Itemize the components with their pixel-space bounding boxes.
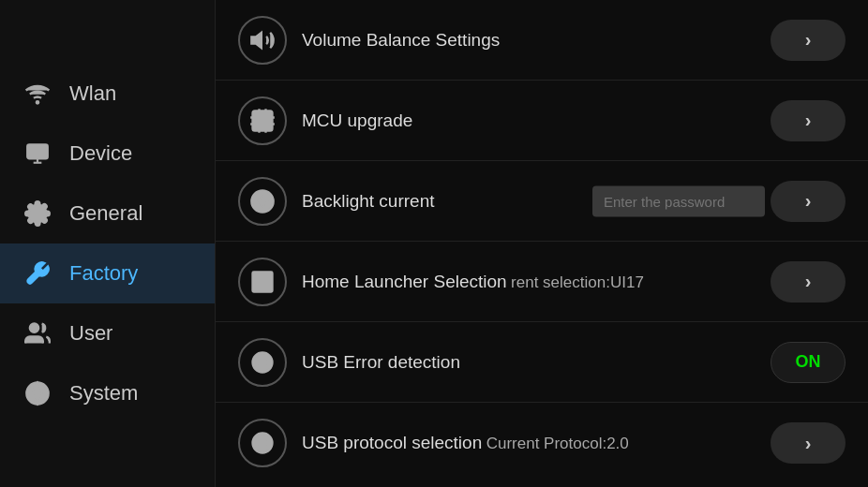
sidebar-item-factory-label: Factory bbox=[69, 261, 138, 286]
home-launcher-sub-label: rent selection:UI17 bbox=[511, 273, 644, 291]
password-input[interactable] bbox=[604, 193, 754, 209]
home-icon bbox=[238, 258, 287, 306]
sidebar: Wlan Device General Factory bbox=[0, 0, 216, 487]
sidebar-item-general-label: General bbox=[69, 201, 142, 226]
sidebar-item-wlan[interactable]: Wlan bbox=[0, 64, 215, 124]
backlight-current-row: Backlight current › bbox=[216, 161, 868, 242]
volume-balance-row: Volume Balance Settings › bbox=[216, 0, 868, 81]
home-launcher-main-label: Home Launcher Selection bbox=[302, 272, 507, 291]
usb-protocol-row: USB protocol selection Current Protocol:… bbox=[216, 403, 868, 483]
usb-protocol-main-label: USB protocol selection bbox=[302, 433, 482, 452]
password-overlay bbox=[592, 185, 765, 216]
sidebar-item-system[interactable]: System bbox=[0, 363, 215, 423]
sidebar-item-wlan-label: Wlan bbox=[69, 81, 116, 106]
usb-protocol-label-group: USB protocol selection Current Protocol:… bbox=[302, 433, 756, 453]
monitor-icon bbox=[22, 139, 52, 169]
sidebar-item-user-label: User bbox=[69, 321, 112, 346]
globe-icon bbox=[22, 378, 52, 408]
speaker-icon bbox=[238, 16, 287, 65]
main-content: Volume Balance Settings › MCU upgrade › bbox=[216, 0, 868, 487]
home-launcher-row: Home Launcher Selection rent selection:U… bbox=[216, 242, 868, 322]
mcu-upgrade-label: MCU upgrade bbox=[302, 111, 756, 131]
svg-rect-1 bbox=[27, 144, 48, 158]
sidebar-item-device[interactable]: Device bbox=[0, 124, 215, 184]
svg-rect-10 bbox=[253, 111, 273, 130]
mcu-upgrade-arrow[interactable]: › bbox=[771, 100, 846, 141]
person-icon bbox=[22, 318, 52, 348]
sidebar-item-device-label: Device bbox=[69, 141, 132, 166]
chip-icon bbox=[238, 96, 287, 145]
usb-protocol-sub-label: Current Protocol:2.0 bbox=[486, 435, 629, 452]
svg-point-5 bbox=[30, 324, 38, 332]
gear-icon bbox=[22, 199, 52, 229]
wifi-icon bbox=[22, 79, 52, 109]
svg-rect-13 bbox=[253, 272, 273, 291]
toggle-on-label: ON bbox=[796, 352, 821, 372]
svg-point-0 bbox=[37, 101, 38, 103]
usb-error-row: USB Error detection ON bbox=[216, 322, 868, 403]
sidebar-item-system-label: System bbox=[69, 381, 138, 406]
usb-protocol-icon bbox=[238, 419, 287, 467]
volume-balance-arrow[interactable]: › bbox=[771, 20, 846, 61]
home-launcher-label-group: Home Launcher Selection rent selection:U… bbox=[302, 272, 756, 292]
mcu-upgrade-row: MCU upgrade › bbox=[216, 81, 868, 161]
usb-protocol-arrow[interactable]: › bbox=[771, 422, 846, 464]
sidebar-item-factory[interactable]: Factory bbox=[0, 244, 215, 303]
backlight-current-arrow[interactable]: › bbox=[771, 181, 846, 222]
sidebar-item-user[interactable]: User bbox=[0, 303, 215, 363]
sidebar-item-general[interactable]: General bbox=[0, 184, 215, 244]
volume-balance-label: Volume Balance Settings bbox=[302, 30, 756, 51]
home-launcher-arrow[interactable]: › bbox=[771, 261, 846, 303]
lightning-icon bbox=[238, 177, 287, 226]
wrench-icon bbox=[22, 258, 52, 288]
svg-marker-8 bbox=[251, 32, 262, 47]
usb-error-toggle[interactable]: ON bbox=[771, 342, 846, 383]
usb-error-label: USB Error detection bbox=[302, 352, 756, 373]
usb-error-icon bbox=[238, 338, 287, 387]
